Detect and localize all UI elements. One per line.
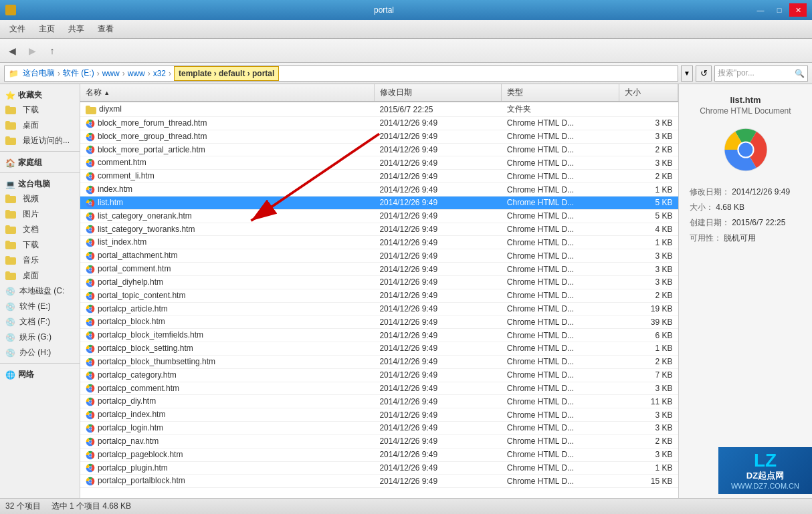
breadcrumb-www1[interactable]: www <box>102 69 120 78</box>
table-row[interactable]: portalcp_block_setting.htm2014/12/26 9:4… <box>80 342 678 356</box>
star-icon: ⭐ <box>5 91 15 100</box>
sidebar-item-downloads[interactable]: 下载 <box>0 102 80 118</box>
sidebar-item-drive-g[interactable]: 💿 娱乐 (G:) <box>0 330 80 345</box>
forward-button[interactable]: ▶ <box>23 42 41 59</box>
file-date-cell: 2014/12/26 9:49 <box>374 223 501 236</box>
up-button[interactable]: ↑ <box>43 42 62 59</box>
sidebar-item-drive-f[interactable]: 💿 文档 (F:) <box>0 314 80 330</box>
table-row[interactable]: portalcp_comment.htm2014/12/26 9:49Chrom… <box>80 382 678 395</box>
table-row[interactable]: list_index.htm2014/12/26 9:49Chrome HTML… <box>80 236 678 249</box>
folder-icon <box>5 136 16 145</box>
col-header-type[interactable]: 类型 <box>502 84 619 102</box>
file-name-cell: block_more_portal_article.htm <box>80 143 374 156</box>
sidebar-item-recent[interactable]: 最近访问的... <box>0 133 80 148</box>
table-row[interactable]: diyxml2015/6/7 22:25文件夹 <box>80 102 678 117</box>
table-row[interactable]: portal_attachment.htm2014/12/26 9:49Chro… <box>80 249 678 263</box>
file-type-cell: Chrome HTML D... <box>502 448 619 461</box>
chrome-file-icon <box>86 424 95 433</box>
table-row[interactable]: portalcp_category.htm2014/12/26 9:49Chro… <box>80 368 678 382</box>
svg-point-15 <box>89 215 92 218</box>
table-row[interactable]: portal_topic_content.htm2014/12/26 9:49C… <box>80 289 678 302</box>
file-name-cell: portalcp_category.htm <box>80 368 374 382</box>
sidebar-item-drive-e[interactable]: 💿 软件 (E:) <box>0 299 80 314</box>
breadcrumb-x32[interactable]: x32 <box>153 69 166 78</box>
table-row[interactable]: portalcp_index.htm2014/12/26 9:49Chrome … <box>80 408 678 422</box>
svg-point-43 <box>89 400 92 403</box>
table-row[interactable]: portal_comment.htm2014/12/26 9:49Chrome … <box>80 263 678 276</box>
preview-modified-label: 修改日期： <box>690 187 730 197</box>
svg-point-3 <box>89 136 92 138</box>
table-row[interactable]: portalcp_pageblock.htm2014/12/26 9:49Chr… <box>80 448 678 461</box>
table-row[interactable]: block_more_portal_article.htm2014/12/26 … <box>80 143 678 156</box>
svg-point-51 <box>89 453 92 456</box>
table-row[interactable]: comment_li.htm2014/12/26 9:49Chrome HTML… <box>80 170 678 183</box>
search-icon[interactable]: 🔍 <box>795 69 805 78</box>
table-row[interactable]: list_category_onerank.htm2014/12/26 9:49… <box>80 209 678 223</box>
table-row[interactable]: portal_diyhelp.htm2014/12/26 9:49Chrome … <box>80 275 678 289</box>
table-row[interactable]: block_more_group_thread.htm2014/12/26 9:… <box>80 130 678 143</box>
menu-item-home[interactable]: 主页 <box>32 21 62 37</box>
file-size-cell: 39 KB <box>619 315 678 329</box>
col-header-name[interactable]: 名称 ▲ <box>80 84 374 102</box>
breadcrumb-software-e[interactable]: 软件 (E:) <box>63 68 94 79</box>
folder-icon-small: 📁 <box>9 69 19 78</box>
file-type-cell: Chrome HTML D... <box>502 289 619 302</box>
table-row[interactable]: block_more_forum_thread.htm2014/12/26 9:… <box>80 117 678 130</box>
table-row[interactable]: index.htm2014/12/26 9:49Chrome HTML D...… <box>80 183 678 197</box>
file-name-cell: portalcp_comment.htm <box>80 382 374 395</box>
menu-item-file[interactable]: 文件 <box>3 21 32 37</box>
folder-icon <box>5 106 16 114</box>
table-row[interactable]: list.htm2014/12/26 9:49Chrome HTML D...5… <box>80 196 678 209</box>
menu-item-share[interactable]: 共享 <box>62 21 91 37</box>
minimize-button[interactable]: — <box>752 3 769 17</box>
file-name-cell: list_category_tworanks.htm <box>80 223 374 236</box>
back-button[interactable]: ◀ <box>3 42 21 59</box>
sidebar-item-dl2[interactable]: 下载 <box>0 237 80 253</box>
close-button[interactable]: ✕ <box>789 3 807 17</box>
breadcrumb-www2[interactable]: www <box>128 69 145 78</box>
table-row[interactable]: portalcp_plugin.htm2014/12/26 9:49Chrome… <box>80 461 678 475</box>
menu-bar: 文件 主页 共享 查看 <box>0 20 812 39</box>
breadcrumb-this-pc[interactable]: 这台电脑 <box>23 68 55 79</box>
table-row[interactable]: portalcp_diy.htm2014/12/26 9:49Chrome HT… <box>80 395 678 408</box>
table-row[interactable]: portalcp_block.htm2014/12/26 9:49Chrome … <box>80 315 678 329</box>
sidebar-item-pictures[interactable]: 图片 <box>0 207 80 222</box>
sidebar-item-drive-h[interactable]: 💿 办公 (H:) <box>0 345 80 360</box>
file-date-cell: 2014/12/26 9:49 <box>374 342 501 356</box>
chrome-file-icon <box>86 331 95 340</box>
table-row[interactable]: comment.htm2014/12/26 9:49Chrome HTML D.… <box>80 156 678 170</box>
network-header: 🌐 网络 <box>0 366 80 382</box>
address-right: ▼ ↺ 搜索"por... 🔍 <box>681 66 808 82</box>
table-row[interactable]: portalcp_nav.htm2014/12/26 9:49Chrome HT… <box>80 434 678 448</box>
col-header-size[interactable]: 大小 <box>619 84 678 102</box>
menu-item-view[interactable]: 查看 <box>91 21 120 37</box>
chrome-file-icon <box>86 463 95 473</box>
file-date-cell: 2014/12/26 9:49 <box>374 236 501 249</box>
file-date-cell: 2014/12/26 9:49 <box>374 434 501 448</box>
folder-icon <box>5 195 16 203</box>
table-row[interactable]: portalcp_portalblock.htm2014/12/26 9:49C… <box>80 475 678 488</box>
address-dropdown-button[interactable]: ▼ <box>681 66 693 82</box>
sidebar-item-videos[interactable]: 视频 <box>0 191 80 207</box>
svg-point-27 <box>89 294 92 297</box>
table-row[interactable]: portalcp_article.htm2014/12/26 9:49Chrom… <box>80 302 678 315</box>
chrome-logo-icon <box>722 126 769 173</box>
table-row[interactable]: portalcp_block_thumbsetting.htm2014/12/2… <box>80 355 678 368</box>
address-bar: 📁 这台电脑 › 软件 (E:) › www › www › x32 › tem… <box>0 63 812 84</box>
file-name-cell: portalcp_index.htm <box>80 408 374 422</box>
sidebar-item-desktop2[interactable]: 桌面 <box>0 268 80 283</box>
file-date-cell: 2014/12/26 9:49 <box>374 329 501 342</box>
maximize-button[interactable]: □ <box>771 3 788 17</box>
table-row[interactable]: list_category_tworanks.htm2014/12/26 9:4… <box>80 223 678 236</box>
table-row[interactable]: portalcp_block_itemfields.htm2014/12/26 … <box>80 329 678 342</box>
sidebar-item-docs[interactable]: 文档 <box>0 222 80 237</box>
col-header-date[interactable]: 修改日期 <box>374 84 501 102</box>
svg-point-53 <box>89 467 92 469</box>
thispc-header: 💻 这台电脑 <box>0 176 80 191</box>
sidebar-item-desktop[interactable]: 桌面 <box>0 118 80 133</box>
file-name-cell: portalcp_block_itemfields.htm <box>80 329 374 342</box>
refresh-button[interactable]: ↺ <box>696 66 712 82</box>
sidebar-item-music[interactable]: 音乐 <box>0 253 80 268</box>
sidebar-item-drive-c[interactable]: 💿 本地磁盘 (C: <box>0 283 80 299</box>
table-row[interactable]: portalcp_login.htm2014/12/26 9:49Chrome … <box>80 422 678 435</box>
